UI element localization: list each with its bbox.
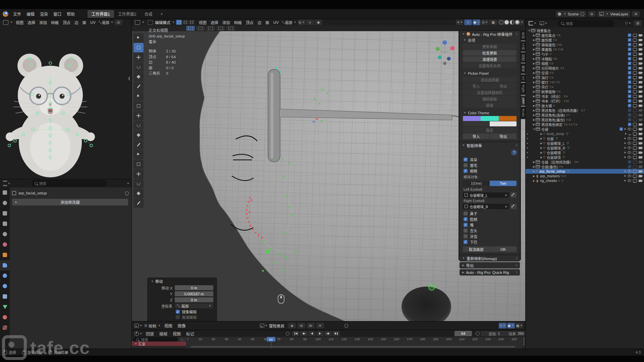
properties-tab-texture[interactable]: [0, 322, 10, 333]
collection-checkbox[interactable]: ✓: [628, 99, 631, 103]
tool-button-11[interactable]: [133, 140, 144, 149]
operator-checkbox-衰减编辑[interactable]: 衰减编辑: [176, 314, 217, 320]
wireframe-shading-icon[interactable]: [499, 20, 503, 24]
topbar-menu-1[interactable]: 编辑: [24, 11, 37, 17]
outliner-row-壁灯[interactable]: ▶壁灯▽22▽2✓: [526, 80, 644, 84]
vertex-select-button[interactable]: [176, 20, 182, 25]
transform-orientation-dropdown[interactable]: ⤡ 局部 ▼: [281, 19, 297, 25]
pose-icon[interactable]: ⊙▼: [481, 19, 489, 25]
snap-icon[interactable]: ◎: [115, 19, 122, 25]
smart-rig-check-舌头[interactable]: 舌头: [460, 228, 520, 233]
tool-button-0[interactable]: [133, 33, 144, 43]
gizmo-dropdown[interactable]: ✛▼: [456, 19, 464, 25]
properties-tab-constraints[interactable]: [0, 291, 10, 302]
xray-toggle[interactable]: ⤫: [464, 19, 472, 25]
properties-tab-world[interactable]: [0, 239, 10, 250]
outliner-row-面包集合[interactable]: ▶面包集合▽5✓: [526, 33, 644, 38]
left-viewport-menu-1[interactable]: 选择: [25, 19, 37, 25]
grid-toggle-icon[interactable]: [446, 100, 452, 106]
pin-icon[interactable]: [343, 323, 349, 328]
viewport-menu-1[interactable]: 选择: [209, 19, 220, 25]
tool-button-16[interactable]: [133, 189, 144, 198]
topbar-menu-0[interactable]: 文件: [10, 11, 24, 17]
outliner-row-仓鼠眼镜[interactable]: ▶▽仓鼠眼镜▽: [526, 150, 644, 155]
editor-type-icon[interactable]: ▼: [133, 19, 145, 25]
smart-rig-check-眉毛[interactable]: 眉毛: [460, 162, 520, 168]
tool-button-9[interactable]: [133, 121, 144, 130]
jaw-marker[interactable]: [266, 250, 269, 254]
outliner-row-男孩角色(备份)[interactable]: ▶男孩角色(备份)▽11✓: [526, 117, 644, 122]
sidebar-tab-条目[interactable]: 条目: [521, 30, 525, 41]
outliner-row-body_temp[interactable]: ▶▽body_temp▽: [526, 131, 644, 136]
expand-icon[interactable]: ↔: [178, 337, 186, 342]
picker-button-添加选择器[interactable]: 添加选择器: [463, 77, 517, 82]
workspace-tab-2[interactable]: 工作界面2: [114, 10, 141, 18]
select-subtract-button[interactable]: [206, 26, 215, 31]
misc-subpanel-header[interactable]: ▼杂项: [460, 37, 520, 43]
outliner-row-男孩角色（应用修改器）[interactable]: ▶男孩角色（应用修改器）▽7✓: [526, 108, 644, 113]
collection-checkbox[interactable]: ✓: [628, 104, 631, 107]
zoom-icon[interactable]: [446, 69, 452, 75]
viewport-menu-2[interactable]: 添加: [220, 19, 232, 25]
tool-button-17[interactable]: [133, 198, 144, 208]
proportional-editing-icon[interactable]: ◉: [315, 19, 322, 25]
orientation-dropdown[interactable]: ⤡局部 ▼: [175, 303, 213, 308]
outliner-row-仓鼠胡须[interactable]: ▶▽仓鼠胡须▽: [526, 155, 644, 160]
left-viewport-menu-7[interactable]: UV: [88, 20, 98, 25]
left-viewport-menu-0[interactable]: 视图: [14, 19, 25, 25]
add-modifier-button[interactable]: + 添加修改器: [12, 199, 128, 205]
proportional-uv-icon[interactable]: ◉▼: [507, 323, 515, 328]
image-editor-menu-0[interactable]: 视图: [162, 322, 175, 329]
viewlayer-copy-button[interactable]: ⧉: [632, 11, 640, 17]
tool-button-8[interactable]: [133, 111, 144, 120]
tool-button-2[interactable]: [133, 53, 144, 62]
collection-checkbox[interactable]: ✓: [628, 95, 631, 98]
overlays-dropdown[interactable]: ◉▼: [473, 19, 480, 25]
filter-mode-dropdown[interactable]: ▼: [539, 20, 548, 26]
pan-hand-icon[interactable]: [446, 79, 452, 85]
select-new-button[interactable]: [186, 26, 195, 31]
tool-button-7[interactable]: [133, 101, 144, 111]
timeline-vscrollbar[interactable]: [523, 337, 525, 346]
eyeball-option-Two[interactable]: Two: [490, 181, 517, 186]
smart-rig-check-耳朵[interactable]: ✓耳朵: [460, 157, 520, 162]
tool-button-14[interactable]: [133, 169, 144, 179]
panel-caret-icon[interactable]: ▼: [151, 280, 154, 283]
move-value-field[interactable]: 0.000187 m: [175, 291, 213, 296]
collection-checkbox[interactable]: ✓: [628, 34, 631, 37]
timeline-menu-0[interactable]: 回放: [143, 330, 157, 337]
outliner-row-仓鼠眼球_R[interactable]: ▶▽仓鼠眼球_R▽: [526, 145, 644, 150]
right-eyeball-field[interactable]: 仓鼠眼球_R✕: [463, 204, 517, 209]
collection-checkbox[interactable]: ✓: [628, 113, 631, 117]
picker-subpanel-header[interactable]: ▼Picker Panel: [460, 70, 520, 76]
outliner-row-场景集合[interactable]: ▼场景集合: [526, 28, 644, 33]
eyedropper-icon[interactable]: [511, 204, 517, 209]
misc-button-检查更新[interactable]: 检查更新: [463, 50, 517, 56]
tool-button-4[interactable]: [133, 72, 144, 81]
jump-start-button[interactable]: [292, 331, 300, 336]
outliner-row-仓鼠[interactable]: ▼仓鼠✓: [526, 127, 644, 131]
left-viewport-menu-4[interactable]: 顶点: [61, 19, 72, 25]
outliner-row-果酱瓶[interactable]: ▶果酱瓶▽6▽15✓: [526, 47, 644, 52]
topbar-menu-4[interactable]: 帮助: [64, 11, 77, 17]
outliner-row-仓鼠（应用修改器）[interactable]: ▶仓鼠（应用修改器）▽5✓: [526, 160, 644, 164]
left-viewport-menu-6[interactable]: 面: [80, 19, 88, 25]
outliner-row-仓鼠(备份)[interactable]: ▶仓鼠(备份)▽5✓: [526, 164, 644, 169]
outliner-row-面包框[interactable]: ▶面包框▽3✓: [526, 38, 644, 42]
smart-rig-check-鼻子[interactable]: 鼻子: [460, 210, 520, 216]
left-eyeball-field[interactable]: 仓鼠眼球_L✕: [463, 192, 517, 198]
collection-checkbox[interactable]: ✓: [628, 48, 631, 51]
editor-type-icon[interactable]: ▼: [2, 181, 11, 186]
autokey-toggle[interactable]: [284, 331, 291, 337]
sidebar-tab-编辑[interactable]: 编辑: [521, 63, 525, 74]
face-select-button[interactable]: [189, 20, 195, 25]
viewport-menu-5[interactable]: 边: [256, 19, 264, 25]
tool-button-12[interactable]: [133, 150, 144, 159]
jump-end-button[interactable]: [332, 331, 340, 336]
collapsed-panel-Auto - Rig Pro: Quick Rig[interactable]: ▶Auto - Rig Pro: Quick Rig⣿: [460, 269, 520, 276]
misc-button-更新骨骼[interactable]: 更新骨骼: [463, 44, 517, 49]
snap-magnet-icon[interactable]: ∪: [306, 19, 314, 25]
theme-io-导出[interactable]: 导出: [490, 133, 517, 139]
select-extend-button[interactable]: [196, 26, 205, 31]
shading-modes[interactable]: ▼: [498, 19, 524, 25]
